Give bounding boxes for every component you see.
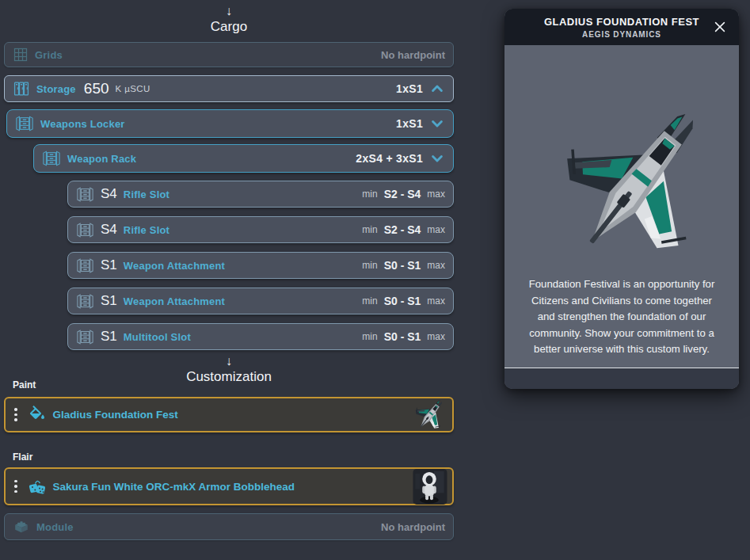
module-status: No hardpoint — [381, 521, 445, 533]
weapons-locker-row[interactable]: Weapons Locker 1xS1 — [6, 109, 454, 138]
card-manufacturer: AEGIS DYNAMICS — [504, 30, 739, 39]
weapon-rack-icon — [42, 150, 61, 167]
slot-size-range: S0 - S1 — [384, 259, 421, 272]
slot-size: S1 — [101, 329, 117, 345]
slot-label: Weapon Attachment — [124, 295, 225, 307]
weapon-rack-icon — [15, 115, 34, 132]
close-icon[interactable] — [711, 18, 729, 36]
slot-min-label: min — [362, 260, 377, 271]
weapon-rack-icon — [76, 293, 94, 310]
multitool-slot-row[interactable]: S1 Multitool Slot min S0 - S1 max — [67, 323, 454, 350]
module-label: Module — [36, 521, 74, 533]
slot-size-range: S0 - S1 — [384, 330, 421, 343]
storage-hardpoint-count: 1xS1 — [396, 82, 423, 95]
weapon-rack-row[interactable]: Weapon Rack 2xS4 + 3xS1 — [33, 144, 454, 173]
flair-row[interactable]: Sakura Fun White ORC-mkX Armor Bobblehea… — [4, 467, 454, 505]
storage-icon — [13, 80, 30, 97]
down-arrow-icon: ↓ — [0, 4, 458, 17]
slot-size-range: S2 - S4 — [384, 223, 421, 236]
kebab-menu-icon[interactable] — [10, 477, 21, 497]
slot-size: S1 — [101, 293, 117, 309]
paint-row[interactable]: Gladius Foundation Fest — [4, 397, 454, 432]
dice-icon — [28, 477, 47, 496]
storage-row[interactable]: Storage 650 K µSCU 1xS1 — [4, 75, 454, 102]
paint-bucket-icon — [28, 406, 47, 425]
storage-label: Storage — [36, 83, 76, 95]
loadout-column: ↓ Cargo Grids No hardpoint Storage 650 K… — [0, 0, 458, 540]
grids-status: No hardpoint — [381, 49, 445, 61]
slot-min-label: min — [362, 224, 377, 235]
grids-row: Grids No hardpoint — [4, 42, 454, 67]
ship-render-image — [518, 90, 725, 273]
slot-label: Weapon Attachment — [124, 260, 225, 272]
storage-value: 650 — [84, 80, 109, 97]
slot-size: S4 — [101, 186, 117, 202]
customization-section-title: Customization — [0, 368, 458, 386]
module-row: Module No hardpoint — [4, 513, 454, 540]
weapon-rack-icon — [76, 222, 94, 238]
chevron-down-icon[interactable] — [429, 150, 445, 166]
flair-name: Sakura Fun White ORC-mkX Armor Bobblehea… — [53, 481, 295, 493]
module-icon — [13, 518, 30, 535]
weapon-rack-hardpoint-count: 2xS4 + 3xS1 — [356, 152, 423, 165]
slot-label: Multitool Slot — [124, 331, 191, 343]
chevron-up-icon[interactable] — [429, 81, 445, 97]
rifle-slot-row[interactable]: S4 Rifle Slot min S2 - S4 max — [67, 181, 454, 208]
weapon-rack-icon — [76, 329, 94, 345]
paint-name: Gladius Foundation Fest — [53, 409, 178, 421]
card-header: GLADIUS FOUNDATION FEST AEGIS DYNAMICS — [504, 9, 739, 45]
weapon-attachment-slot-row[interactable]: S1 Weapon Attachment min S0 - S1 max — [67, 288, 454, 314]
weapon-attachment-slot-row[interactable]: S1 Weapon Attachment min S0 - S1 max — [67, 252, 454, 279]
grid-icon — [13, 47, 29, 63]
slot-size: S1 — [101, 257, 117, 273]
cargo-section-header: ↓ Cargo — [0, 0, 458, 36]
slot-size-range: S0 - S1 — [384, 295, 421, 307]
kebab-menu-icon[interactable] — [10, 405, 21, 425]
storage-unit: K µSCU — [116, 84, 150, 93]
slot-size-range: S2 - S4 — [384, 188, 421, 200]
slot-min-label: min — [362, 331, 377, 342]
slot-max-label: max — [427, 295, 445, 307]
slot-min-label: min — [362, 295, 377, 307]
slot-max-label: max — [427, 331, 445, 342]
slot-max-label: max — [427, 189, 445, 200]
rifle-slot-row[interactable]: S4 Rifle Slot min S2 - S4 max — [67, 216, 454, 243]
grids-label: Grids — [35, 49, 63, 61]
weapons-locker-label: Weapons Locker — [40, 118, 125, 130]
weapon-rack-icon — [76, 186, 94, 203]
down-arrow-icon: ↓ — [0, 354, 458, 368]
weapons-locker-hardpoint-count: 1xS1 — [396, 117, 423, 130]
paint-description: Foundation Festival is an opportunity fo… — [504, 276, 739, 358]
slot-min-label: min — [362, 189, 377, 200]
slot-size: S4 — [101, 222, 117, 238]
chevron-down-icon[interactable] — [429, 116, 445, 131]
weapon-rack-label: Weapon Rack — [67, 153, 136, 165]
paint-detail-card: GLADIUS FOUNDATION FEST AEGIS DYNAMICS F… — [504, 9, 739, 389]
customization-section-header: ↓ Customization Paint — [0, 350, 458, 386]
slot-label: Rifle Slot — [124, 224, 169, 236]
cargo-section-title: Cargo — [0, 17, 458, 36]
slot-max-label: max — [427, 224, 445, 235]
slot-max-label: max — [427, 260, 445, 271]
flair-thumbnail — [413, 469, 447, 505]
paint-label: Paint — [13, 379, 36, 390]
flair-label: Flair — [13, 451, 458, 463]
card-footer — [504, 368, 739, 389]
weapon-rack-icon — [76, 257, 94, 274]
slot-label: Rifle Slot — [124, 189, 169, 200]
card-title: GLADIUS FOUNDATION FEST — [504, 16, 739, 28]
paint-thumbnail — [408, 398, 447, 431]
